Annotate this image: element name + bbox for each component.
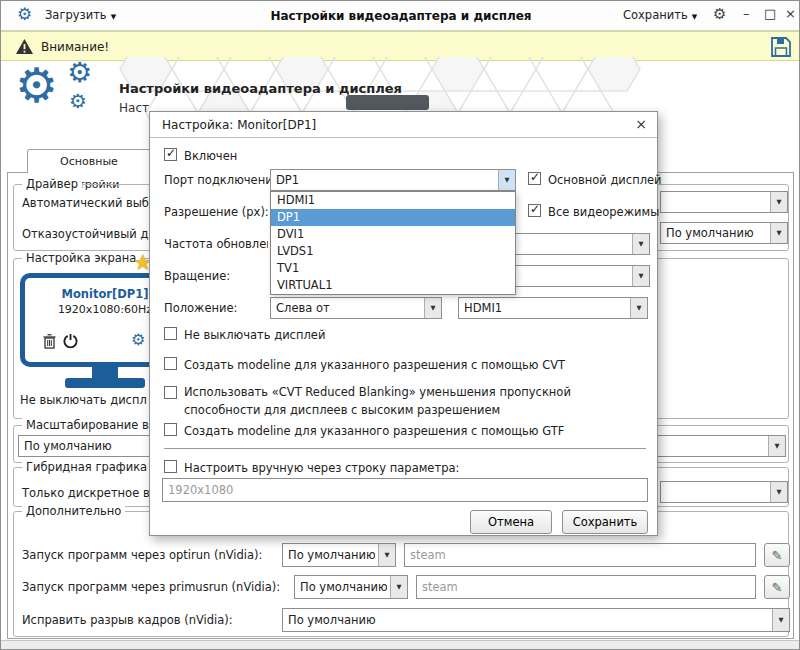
save-menu-button[interactable]: Сохранить▼ (623, 8, 697, 22)
manual-checkbox[interactable] (164, 460, 177, 473)
monitor-stand-base (65, 378, 145, 388)
resolution-label: Разрешение (px): (164, 205, 269, 219)
cvt-checkbox[interactable] (164, 357, 177, 370)
save-file-icon[interactable] (769, 35, 793, 59)
app-window: ⚙ Загрузить▼ Настройки видеоадаптера и д… (0, 0, 800, 650)
combo-arrow-icon: ▼ (424, 298, 441, 318)
settings-gear-button[interactable]: ⚙ (713, 7, 726, 22)
primusrun-combobox[interactable]: По умолчанию ▼ (294, 575, 408, 599)
check-icon: ✓ (530, 202, 540, 216)
group-advanced-legend: Дополнительно (22, 504, 125, 518)
combo-arrow-icon: ▼ (630, 298, 647, 318)
power-icon[interactable] (63, 333, 78, 349)
port-option-dvi1[interactable]: DVI1 (271, 226, 515, 243)
port-combobox[interactable]: DP1 ▼ (270, 169, 516, 191)
combo-arrow-icon: ▼ (770, 482, 787, 502)
screen-keep-on-label: Не выключать диспл (20, 393, 147, 407)
hybrid-combobox[interactable]: ▼ (660, 481, 788, 503)
manual-mode-input[interactable] (162, 478, 648, 502)
warning-text: Внимание! (41, 40, 109, 54)
position-combobox[interactable]: Слева от ▼ (270, 297, 442, 319)
window-titlebar: ⚙ Загрузить▼ Настройки видеоадаптера и д… (1, 1, 800, 31)
tearfree-combobox[interactable]: По умолчанию ▼ (282, 608, 790, 632)
port-option-hdmi1[interactable]: HDMI1 (271, 192, 515, 209)
rotation-label: Вращение: (164, 269, 230, 283)
driver-auto-combobox[interactable]: ▼ (660, 191, 788, 213)
cvt-rb-label: Использовать «CVT Reduced Blanking» умен… (184, 384, 639, 420)
enabled-checkbox[interactable]: ✓ (164, 148, 177, 161)
optirun-label: Запуск программ через optirun (nVidia): (22, 548, 262, 562)
page-subtitle: Наст (119, 101, 149, 115)
dialog-close-icon[interactable]: × (635, 116, 647, 132)
chevron-down-icon: ▼ (692, 13, 697, 21)
primusrun-label: Запуск программ через primusrun (nVidia)… (22, 580, 280, 594)
primusrun-input[interactable] (416, 575, 756, 599)
check-icon: ✓ (530, 170, 540, 184)
all-modes-checkbox[interactable]: ✓ (528, 204, 541, 217)
monitor-settings-dialog: Настройка: Monitor[DP1] × ✓ Включен Порт… (149, 111, 658, 536)
port-option-virtual1[interactable]: VIRTUAL1 (271, 277, 515, 294)
cancel-button[interactable]: Отмена (470, 510, 552, 534)
enabled-label: Включен (184, 149, 237, 163)
combo-arrow-icon: ▼ (390, 576, 407, 598)
minimize-button[interactable]: – (743, 6, 750, 21)
combo-arrow-icon: ▼ (772, 609, 789, 631)
app-logo-gears-icon: ⚙ ⚙ ⚙ (15, 59, 115, 121)
driver-failsafe-combobox[interactable]: По умолчанию ▼ (660, 222, 788, 244)
tab-main-settings[interactable]: Основные настройки (27, 149, 151, 173)
keep-on-checkbox[interactable] (164, 327, 177, 340)
cvt-label: Создать modeline для указанного разрешен… (184, 358, 565, 372)
combo-arrow-icon: ▼ (498, 170, 515, 190)
group-driver-legend: Драйвер (22, 177, 82, 191)
warning-icon (15, 38, 34, 55)
port-dropdown-list: HDMI1DP1DVI1LVDS1TV1VIRTUAL1 (270, 191, 516, 295)
pencil-icon: ✎ (772, 580, 783, 595)
optirun-combobox[interactable]: По умолчанию ▼ (282, 543, 396, 567)
maximize-button[interactable]: □ (764, 6, 776, 21)
port-option-dp1[interactable]: DP1 (271, 209, 515, 226)
dialog-titlebar[interactable]: Настройка: Monitor[DP1] × (150, 112, 657, 138)
pencil-icon: ✎ (772, 548, 783, 563)
separator (164, 448, 646, 449)
cvt-rb-checkbox[interactable] (164, 386, 177, 399)
port-option-lvds1[interactable]: LVDS1 (271, 243, 515, 260)
driver-auto-label: Автоматический выбо (22, 196, 156, 210)
save-button[interactable]: Сохранить (562, 510, 648, 534)
driver-failsafe-label: Отказоустойчивый др (22, 227, 156, 241)
port-label: Порт подключения: (164, 173, 283, 187)
combo-arrow-icon: ▼ (768, 436, 785, 456)
tearfree-label: Исправить разрыв кадров (nVidia): (22, 613, 233, 627)
combo-arrow-icon: ▼ (770, 192, 787, 212)
optirun-edit-button[interactable]: ✎ (764, 543, 790, 567)
refresh-label: Частота обновления (Hz): (164, 237, 268, 251)
gtf-checkbox[interactable] (164, 423, 177, 436)
combo-arrow-icon: ▼ (770, 223, 787, 243)
manual-label: Настроить вручную через строку параметра… (184, 461, 459, 475)
hybrid-label: Только дискретное в (22, 486, 150, 500)
group-scaling-legend: Масштабирование вы (22, 418, 162, 432)
position-label: Положение: (164, 301, 237, 315)
close-button[interactable]: × (785, 6, 796, 21)
check-icon: ✓ (166, 146, 176, 160)
primary-display-checkbox[interactable]: ✓ (528, 172, 541, 185)
combo-arrow-icon: ▼ (632, 266, 649, 286)
save-menu-label: Сохранить (623, 8, 688, 22)
optirun-input[interactable] (404, 543, 756, 567)
status-bar (1, 640, 800, 650)
all-modes-label: Все видеорежимы (548, 205, 659, 219)
combo-arrow-icon: ▼ (378, 544, 395, 566)
dialog-title: Настройка: Monitor[DP1] (162, 118, 316, 132)
page-title: Настройки видеоадаптера и дисплея (119, 81, 402, 96)
combo-arrow-icon: ▼ (632, 234, 649, 254)
gtf-label: Создать modeline для указанного разрешен… (184, 424, 564, 438)
port-option-tv1[interactable]: TV1 (271, 260, 515, 277)
keep-on-label: Не выключать дисплей (184, 328, 325, 342)
trash-icon[interactable] (43, 334, 56, 349)
primary-display-label: Основной дисплей (548, 173, 662, 187)
primusrun-edit-button[interactable]: ✎ (764, 575, 790, 599)
monitor-gear-icon[interactable]: ⚙ (131, 332, 145, 348)
position-target-combobox[interactable]: HDMI1 ▼ (458, 297, 648, 319)
header-badge (346, 95, 429, 110)
group-hybrid-legend: Гибридная графика (22, 460, 151, 474)
